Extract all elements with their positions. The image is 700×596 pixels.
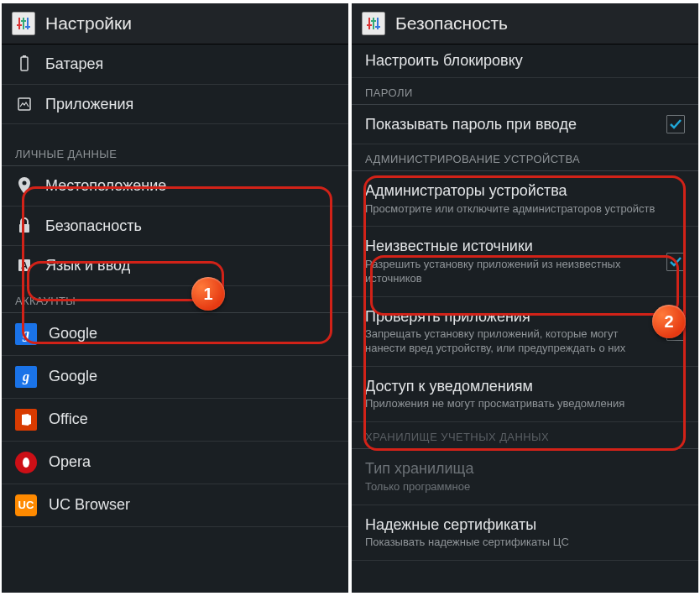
row-unknown-sources[interactable]: Неизвестные источники Разрешить установк… bbox=[352, 227, 698, 296]
row-security[interactable]: Безопасность bbox=[2, 207, 348, 247]
row-account-opera[interactable]: Opera bbox=[2, 442, 348, 484]
settings-sliders-icon bbox=[12, 12, 35, 35]
checkbox[interactable] bbox=[666, 115, 685, 133]
settings-screen: Настройки Батарея Приложения ЛИЧНЫЕ ДАНН… bbox=[2, 3, 348, 593]
row-label: Google bbox=[49, 367, 335, 386]
row-label: Язык и ввод bbox=[45, 256, 335, 275]
row-configure-lock[interactable]: Настроить блокировку bbox=[352, 44, 698, 78]
row-show-password[interactable]: Показывать пароль при вводе bbox=[352, 105, 698, 145]
row-label: Безопасность bbox=[45, 217, 335, 236]
svg-rect-4 bbox=[21, 20, 26, 22]
row-label: Тип хранилища bbox=[365, 459, 685, 478]
row-device-admins[interactable]: Администраторы устройства Просмотрите ил… bbox=[352, 171, 698, 227]
header-title: Безопасность bbox=[395, 13, 508, 34]
row-location[interactable]: Местоположение bbox=[2, 166, 348, 207]
svg-point-13 bbox=[23, 457, 29, 468]
section-header-admin: АДМИНИСТРИРОВАНИЕ УСТРОЙСТВА bbox=[352, 144, 698, 171]
row-battery[interactable]: Батарея bbox=[2, 44, 348, 85]
row-trusted-certs[interactable]: Надежные сертификаты Показывать надежные… bbox=[352, 505, 698, 561]
svg-rect-0 bbox=[18, 18, 20, 29]
row-account-office[interactable]: Office bbox=[2, 399, 348, 442]
svg-rect-15 bbox=[373, 18, 374, 29]
row-apps[interactable]: Приложения bbox=[2, 85, 348, 125]
svg-rect-19 bbox=[375, 26, 380, 28]
battery-icon bbox=[15, 55, 34, 73]
section-header-passwords: ПАРОЛИ bbox=[352, 78, 698, 105]
row-sub: Только программное bbox=[365, 480, 685, 494]
section-header-personal: ЛИЧНЫЕ ДАННЫЕ bbox=[2, 139, 348, 166]
row-label: Приложения bbox=[45, 95, 335, 114]
section-header-credentials: ХРАНИЛИЩЕ УЧЕТНЫХ ДАННЫХ bbox=[352, 422, 698, 449]
svg-rect-14 bbox=[368, 18, 370, 29]
settings-list[interactable]: Батарея Приложения ЛИЧНЫЕ ДАННЫЕ Местопо… bbox=[2, 44, 348, 593]
svg-rect-3 bbox=[17, 24, 22, 26]
row-label: Неизвестные источники bbox=[365, 237, 655, 256]
row-label: Батарея bbox=[45, 55, 335, 74]
svg-rect-18 bbox=[371, 20, 376, 22]
header: Настройки bbox=[2, 3, 348, 44]
header-title: Настройки bbox=[45, 13, 132, 34]
svg-text:A: A bbox=[21, 260, 28, 270]
row-label: Office bbox=[49, 410, 335, 429]
row-storage-type: Тип хранилища Только программное bbox=[352, 449, 698, 505]
row-label: Google bbox=[49, 324, 335, 343]
row-sub: Просмотрите или отключите администраторо… bbox=[365, 202, 685, 217]
language-icon: A bbox=[15, 256, 34, 274]
uc-browser-icon: UC bbox=[15, 494, 37, 516]
row-account-google-1[interactable]: g Google bbox=[2, 313, 348, 356]
row-notification-access[interactable]: Доступ к уведомлениям Приложения не могу… bbox=[352, 367, 698, 422]
row-label: Показывать пароль при вводе bbox=[365, 115, 655, 134]
svg-rect-5 bbox=[25, 26, 30, 28]
row-verify-apps[interactable]: Проверять приложения Запрещать установку… bbox=[352, 297, 698, 367]
row-sub: Приложения не могут просматривать уведом… bbox=[365, 397, 685, 411]
settings-sliders-icon bbox=[362, 12, 385, 35]
svg-rect-10 bbox=[19, 224, 29, 233]
row-label: Opera bbox=[49, 452, 335, 472]
security-screen: Безопасность Настроить блокировку ПАРОЛИ… bbox=[352, 3, 698, 593]
row-label: Администраторы устройства bbox=[365, 181, 685, 201]
row-label: Местоположение bbox=[45, 176, 335, 196]
svg-rect-17 bbox=[367, 24, 372, 26]
row-sub: Показывать надежные сертификаты ЦС bbox=[365, 536, 685, 550]
lock-icon bbox=[15, 217, 34, 235]
apps-icon bbox=[15, 95, 34, 113]
svg-rect-7 bbox=[23, 55, 26, 57]
office-icon bbox=[15, 409, 37, 431]
row-label: Настроить блокировку bbox=[365, 51, 685, 71]
row-label: UC Browser bbox=[49, 495, 335, 515]
header: Безопасность bbox=[352, 3, 698, 44]
checkbox[interactable] bbox=[666, 322, 685, 341]
row-account-uc[interactable]: UC UC Browser bbox=[2, 484, 348, 527]
checkbox[interactable] bbox=[666, 253, 685, 271]
svg-rect-1 bbox=[23, 18, 24, 29]
row-sub: Запрещать установку приложений, которые … bbox=[365, 327, 655, 356]
google-icon: g bbox=[15, 323, 37, 345]
row-sub: Разрешить установку приложений из неизве… bbox=[365, 258, 655, 286]
svg-rect-6 bbox=[21, 57, 28, 71]
svg-point-9 bbox=[23, 181, 27, 186]
row-language[interactable]: A Язык и ввод bbox=[2, 246, 348, 286]
google-icon: g bbox=[15, 366, 37, 388]
location-icon bbox=[15, 176, 34, 195]
row-label: Проверять приложения bbox=[365, 307, 655, 327]
row-account-google-2[interactable]: g Google bbox=[2, 356, 348, 399]
row-label: Доступ к уведомлениям bbox=[365, 377, 685, 396]
security-list[interactable]: Настроить блокировку ПАРОЛИ Показывать п… bbox=[352, 44, 698, 593]
opera-icon bbox=[15, 452, 37, 473]
section-header-accounts: АККАУНТЫ bbox=[2, 286, 348, 313]
row-label: Надежные сертификаты bbox=[365, 515, 685, 535]
